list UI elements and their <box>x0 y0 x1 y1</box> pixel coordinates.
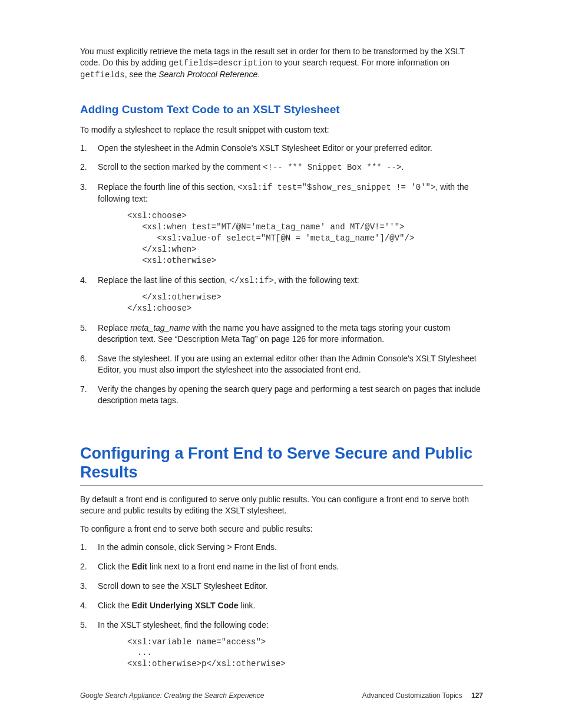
step-item: Click the Edit Underlying XSLT Code link… <box>80 600 483 611</box>
page-footer: Google Search Appliance: Creating the Se… <box>80 691 483 700</box>
code-block-choose: <xsl:choose> <xsl:when test="MT/@N='meta… <box>127 210 483 266</box>
meta-tag-name: meta_tag_name <box>130 323 190 332</box>
code-end-if: </xsl:if> <box>229 276 274 285</box>
text: Click the <box>98 562 132 571</box>
text: to your search request. For more informa… <box>273 58 449 67</box>
code-snippet-comment: <!-- *** Snippet Box *** --> <box>263 163 401 172</box>
text: link. <box>239 601 256 610</box>
text: link next to a front end name in the lis… <box>147 562 339 571</box>
page-number: 127 <box>471 691 483 700</box>
intro-paragraph: You must explicitly retrieve the meta ta… <box>80 46 483 81</box>
text: . <box>401 162 404 172</box>
text: , see the <box>125 70 159 79</box>
text: Replace <box>98 323 130 332</box>
step-item: Scroll down to see the XSLT Stylesheet E… <box>80 581 483 592</box>
text: In the XSLT stylesheet, find the followi… <box>98 620 269 630</box>
step-item: Replace meta_tag_name with the name you … <box>80 322 483 345</box>
heading-adding-custom-text: Adding Custom Text Code to an XSLT Style… <box>80 103 483 116</box>
steps-list-1: Open the stylesheet in the Admin Console… <box>80 143 483 406</box>
text: , with the following text: <box>274 275 359 285</box>
code-getfields-desc: getfields=description <box>168 58 272 68</box>
step-item: Click the Edit link next to a front end … <box>80 561 483 572</box>
edit-xslt-link-label: Edit Underlying XSLT Code <box>132 601 239 610</box>
step-item: Replace the last line of this section, <… <box>80 275 483 315</box>
text: Replace the fourth line of this section, <box>98 182 237 192</box>
footer-section: Advanced Customization Topics 127 <box>362 691 483 700</box>
code-block-otherwise: </xsl:otherwise> </xsl:choose> <box>127 292 483 314</box>
step-item: Replace the fourth line of this section,… <box>80 182 483 266</box>
ref-title: Search Protocol Reference <box>158 70 257 79</box>
step-item: Verify the changes by opening the search… <box>80 384 483 406</box>
footer-doc-title: Google Search Appliance: Creating the Se… <box>80 691 264 700</box>
text: Click the <box>98 601 132 610</box>
text: Replace the last line of this section, <box>98 275 229 285</box>
step-item: In the admin console, click Serving > Fr… <box>80 542 483 553</box>
step-item: Scroll to the section marked by the comm… <box>80 162 483 173</box>
edit-link-label: Edit <box>132 562 147 571</box>
code-xsl-if: <xsl:if test="$show_res_snippet != '0'"> <box>237 183 435 192</box>
lead-paragraph-2: By default a front end is configured to … <box>80 494 483 516</box>
text: Scroll to the section marked by the comm… <box>98 162 263 172</box>
heading-configuring-front-end: Configuring a Front End to Serve Secure … <box>80 444 483 486</box>
step-item: In the XSLT stylesheet, find the followi… <box>80 620 483 670</box>
step-item: Save the stylesheet. If you are using an… <box>80 353 483 375</box>
footer-section-name: Advanced Customization Topics <box>362 691 462 700</box>
code-getfields: getfields <box>80 70 125 80</box>
lead-paragraph-1: To modify a stylesheet to replace the re… <box>80 124 483 136</box>
step-item: Open the stylesheet in the Admin Console… <box>80 143 483 154</box>
text: . <box>257 70 260 79</box>
lead-paragraph-3: To configure a front end to serve both s… <box>80 523 483 535</box>
steps-list-2: In the admin console, click Serving > Fr… <box>80 542 483 670</box>
page-content: You must explicitly retrieve the meta ta… <box>80 46 483 678</box>
code-block-access: <xsl:variable name="access"> ... <xsl:ot… <box>127 637 483 670</box>
